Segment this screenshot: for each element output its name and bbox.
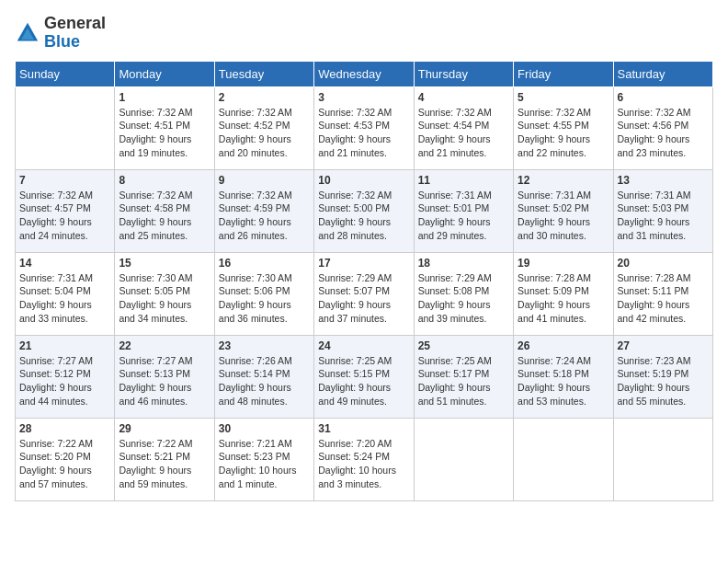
day-number: 14 [19,257,110,270]
day-info: Sunrise: 7:31 AM Sunset: 5:01 PM Dayligh… [418,189,509,243]
header-cell-sunday: Sunday [16,61,115,86]
day-info: Sunrise: 7:29 AM Sunset: 5:07 PM Dayligh… [318,271,409,326]
day-cell: 13Sunrise: 7:31 AM Sunset: 5:03 PM Dayli… [613,169,712,252]
day-info: Sunrise: 7:32 AM Sunset: 4:59 PM Dayligh… [219,189,310,243]
header-cell-friday: Friday [514,61,613,86]
day-number: 19 [518,257,609,270]
day-number: 9 [219,174,310,187]
day-info: Sunrise: 7:30 AM Sunset: 5:06 PM Dayligh… [219,271,310,326]
day-cell: 7Sunrise: 7:32 AM Sunset: 4:57 PM Daylig… [16,169,115,252]
week-row-2: 7Sunrise: 7:32 AM Sunset: 4:57 PM Daylig… [16,169,713,252]
day-number: 13 [618,174,709,187]
day-number: 31 [318,422,409,435]
week-row-3: 14Sunrise: 7:31 AM Sunset: 5:04 PM Dayli… [16,252,713,335]
day-cell: 9Sunrise: 7:32 AM Sunset: 4:59 PM Daylig… [214,169,313,252]
day-info: Sunrise: 7:20 AM Sunset: 5:24 PM Dayligh… [318,437,409,491]
day-info: Sunrise: 7:32 AM Sunset: 4:54 PM Dayligh… [418,106,509,160]
day-info: Sunrise: 7:21 AM Sunset: 5:23 PM Dayligh… [219,437,310,491]
day-info: Sunrise: 7:23 AM Sunset: 5:19 PM Dayligh… [618,354,709,408]
day-number: 23 [219,339,310,352]
logo-text: General Blue [44,15,106,52]
day-info: Sunrise: 7:32 AM Sunset: 4:52 PM Dayligh… [219,106,310,160]
day-info: Sunrise: 7:27 AM Sunset: 5:12 PM Dayligh… [19,354,110,408]
day-number: 28 [19,422,110,435]
week-row-1: 1Sunrise: 7:32 AM Sunset: 4:51 PM Daylig… [16,86,713,169]
day-cell: 19Sunrise: 7:28 AM Sunset: 5:09 PM Dayli… [514,252,613,335]
day-cell: 27Sunrise: 7:23 AM Sunset: 5:19 PM Dayli… [613,335,712,418]
day-number: 2 [219,91,310,104]
day-cell: 11Sunrise: 7:31 AM Sunset: 5:01 PM Dayli… [414,169,513,252]
day-number: 29 [119,422,210,435]
week-row-5: 28Sunrise: 7:22 AM Sunset: 5:20 PM Dayli… [16,418,713,500]
calendar-table: SundayMondayTuesdayWednesdayThursdayFrid… [15,61,713,501]
day-number: 16 [219,257,310,270]
day-info: Sunrise: 7:24 AM Sunset: 5:18 PM Dayligh… [518,354,609,408]
day-number: 25 [418,339,509,352]
day-number: 4 [418,91,509,104]
logo: General Blue [15,15,106,52]
day-cell: 22Sunrise: 7:27 AM Sunset: 5:13 PM Dayli… [115,335,214,418]
day-number: 1 [119,91,210,104]
day-cell: 30Sunrise: 7:21 AM Sunset: 5:23 PM Dayli… [214,418,313,500]
day-cell: 29Sunrise: 7:22 AM Sunset: 5:21 PM Dayli… [115,418,214,500]
day-info: Sunrise: 7:31 AM Sunset: 5:03 PM Dayligh… [618,189,709,243]
day-number: 5 [518,91,609,104]
day-number: 12 [518,174,609,187]
day-cell: 15Sunrise: 7:30 AM Sunset: 5:05 PM Dayli… [115,252,214,335]
day-number: 20 [618,257,709,270]
day-cell: 25Sunrise: 7:25 AM Sunset: 5:17 PM Dayli… [414,335,513,418]
day-cell: 8Sunrise: 7:32 AM Sunset: 4:58 PM Daylig… [115,169,214,252]
day-info: Sunrise: 7:22 AM Sunset: 5:21 PM Dayligh… [119,437,210,491]
day-cell: 3Sunrise: 7:32 AM Sunset: 4:53 PM Daylig… [314,86,414,169]
day-cell: 21Sunrise: 7:27 AM Sunset: 5:12 PM Dayli… [16,335,115,418]
day-info: Sunrise: 7:30 AM Sunset: 5:05 PM Dayligh… [119,271,210,326]
day-number: 26 [518,339,609,352]
day-cell: 26Sunrise: 7:24 AM Sunset: 5:18 PM Dayli… [514,335,613,418]
header-cell-saturday: Saturday [613,61,712,86]
day-cell: 5Sunrise: 7:32 AM Sunset: 4:55 PM Daylig… [514,86,613,169]
day-cell: 17Sunrise: 7:29 AM Sunset: 5:07 PM Dayli… [314,252,414,335]
day-cell [16,86,115,169]
header-row: SundayMondayTuesdayWednesdayThursdayFrid… [16,61,713,86]
calendar-header: SundayMondayTuesdayWednesdayThursdayFrid… [16,61,713,86]
day-cell: 4Sunrise: 7:32 AM Sunset: 4:54 PM Daylig… [414,86,513,169]
day-number: 3 [318,91,409,104]
day-info: Sunrise: 7:32 AM Sunset: 4:57 PM Dayligh… [19,189,110,243]
day-number: 10 [318,174,409,187]
day-cell: 28Sunrise: 7:22 AM Sunset: 5:20 PM Dayli… [16,418,115,500]
day-cell: 23Sunrise: 7:26 AM Sunset: 5:14 PM Dayli… [214,335,313,418]
day-number: 21 [19,339,110,352]
day-info: Sunrise: 7:32 AM Sunset: 4:58 PM Dayligh… [119,189,210,243]
day-cell: 14Sunrise: 7:31 AM Sunset: 5:04 PM Dayli… [16,252,115,335]
day-cell [414,418,513,500]
day-info: Sunrise: 7:31 AM Sunset: 5:02 PM Dayligh… [518,189,609,243]
day-info: Sunrise: 7:32 AM Sunset: 4:56 PM Dayligh… [618,106,709,160]
day-cell: 20Sunrise: 7:28 AM Sunset: 5:11 PM Dayli… [613,252,712,335]
day-cell: 2Sunrise: 7:32 AM Sunset: 4:52 PM Daylig… [214,86,313,169]
day-cell: 24Sunrise: 7:25 AM Sunset: 5:15 PM Dayli… [314,335,414,418]
page-header: General Blue [15,15,713,52]
day-info: Sunrise: 7:29 AM Sunset: 5:08 PM Dayligh… [418,271,509,326]
day-cell: 16Sunrise: 7:30 AM Sunset: 5:06 PM Dayli… [214,252,313,335]
header-cell-thursday: Thursday [414,61,513,86]
logo-icon [15,20,40,46]
day-number: 15 [119,257,210,270]
day-number: 27 [618,339,709,352]
calendar-body: 1Sunrise: 7:32 AM Sunset: 4:51 PM Daylig… [16,86,713,500]
day-cell: 6Sunrise: 7:32 AM Sunset: 4:56 PM Daylig… [613,86,712,169]
day-info: Sunrise: 7:27 AM Sunset: 5:13 PM Dayligh… [119,354,210,408]
day-number: 11 [418,174,509,187]
day-cell: 12Sunrise: 7:31 AM Sunset: 5:02 PM Dayli… [514,169,613,252]
day-cell: 31Sunrise: 7:20 AM Sunset: 5:24 PM Dayli… [314,418,414,500]
day-number: 22 [119,339,210,352]
day-info: Sunrise: 7:28 AM Sunset: 5:09 PM Dayligh… [518,271,609,326]
day-info: Sunrise: 7:32 AM Sunset: 5:00 PM Dayligh… [318,189,409,243]
day-info: Sunrise: 7:31 AM Sunset: 5:04 PM Dayligh… [19,271,110,326]
day-info: Sunrise: 7:25 AM Sunset: 5:17 PM Dayligh… [418,354,509,408]
day-number: 30 [219,422,310,435]
day-number: 7 [19,174,110,187]
day-cell: 1Sunrise: 7:32 AM Sunset: 4:51 PM Daylig… [115,86,214,169]
day-info: Sunrise: 7:22 AM Sunset: 5:20 PM Dayligh… [19,437,110,491]
header-cell-monday: Monday [115,61,214,86]
header-cell-wednesday: Wednesday [314,61,414,86]
